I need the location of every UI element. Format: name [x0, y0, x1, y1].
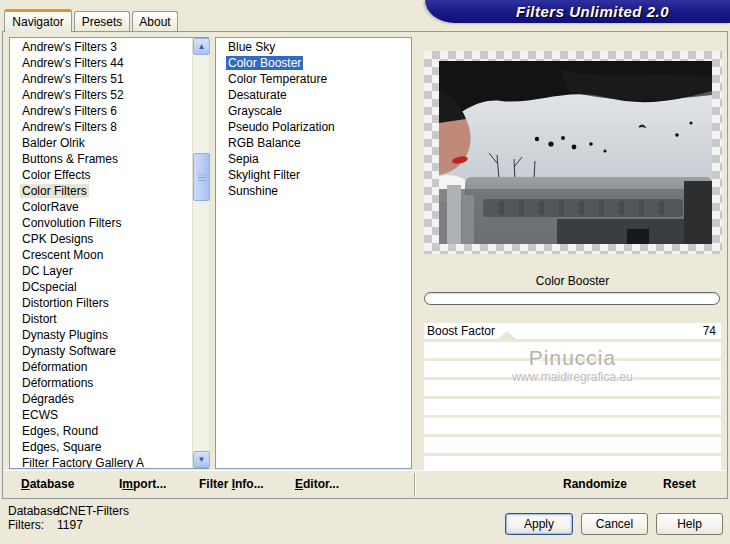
list-item-label: Color Filters [20, 184, 89, 198]
tab-presets[interactable]: Presets [74, 11, 130, 32]
category-item-distortion-filters[interactable]: Distortion Filters [12, 295, 190, 311]
category-item-edges-round[interactable]: Edges, Round [12, 423, 190, 439]
filter-item-desaturate[interactable]: Desaturate [218, 87, 409, 103]
category-item-andrew-s-filters-3[interactable]: Andrew's Filters 3 [12, 39, 190, 55]
tab-about[interactable]: About [132, 11, 178, 32]
list-item-label: DC Layer [20, 264, 75, 278]
filter-item-blue-sky[interactable]: Blue Sky [218, 39, 409, 55]
category-item-dcspecial[interactable]: DCspecial [12, 279, 190, 295]
list-item-label: Dynasty Software [20, 344, 118, 358]
list-item-label: CPK Designs [20, 232, 95, 246]
slider-marker-icon[interactable] [498, 331, 516, 339]
category-item-andrew-s-filters-8[interactable]: Andrew's Filters 8 [12, 119, 190, 135]
category-item-dynasty-software[interactable]: Dynasty Software [12, 343, 190, 359]
category-item-distort[interactable]: Distort [12, 311, 190, 327]
category-item-buttons-frames[interactable]: Buttons & Frames [12, 151, 190, 167]
cancel-button[interactable]: Cancel [581, 513, 648, 535]
category-list-scrollbar[interactable]: ▲ ▼ [192, 38, 209, 468]
list-item-label: Andrew's Filters 44 [20, 56, 126, 70]
list-item-label: Convolution Filters [20, 216, 123, 230]
category-item-convolution-filters[interactable]: Convolution Filters [12, 215, 190, 231]
reset-button[interactable]: Reset [663, 477, 696, 491]
list-item-label: RGB Balance [226, 136, 303, 150]
list-item-label: Edges, Round [20, 424, 100, 438]
category-item-colorrave[interactable]: ColorRave [12, 199, 190, 215]
category-item-edges-square[interactable]: Edges, Square [12, 439, 190, 455]
list-item-label: Balder Olrik [20, 136, 87, 150]
filter-item-sunshine[interactable]: Sunshine [218, 183, 409, 199]
button-label: Filter [199, 477, 232, 491]
filter-info-button[interactable]: Filter Info... [199, 477, 264, 491]
list-item-label: ColorRave [20, 200, 81, 214]
button-access-key: D [21, 477, 30, 491]
list-item-label: Filter Factory Gallery A [20, 456, 146, 469]
list-item-label: Pseudo Polarization [226, 120, 337, 134]
button-label: Randomize [563, 477, 627, 491]
button-label: atabase [30, 477, 75, 491]
list-item-label: Andrew's Filters 3 [20, 40, 119, 54]
button-access-key: E [295, 477, 303, 491]
list-item-label: Andrew's Filters 51 [20, 72, 126, 86]
category-item-cpk-designs[interactable]: CPK Designs [12, 231, 190, 247]
scroll-down-icon[interactable]: ▼ [193, 451, 210, 468]
list-item-label: Edges, Square [20, 440, 103, 454]
list-item-label: DCspecial [20, 280, 79, 294]
filter-list[interactable]: Blue SkyColor BoosterColor TemperatureDe… [215, 37, 412, 469]
window-title: Filters Unlimited 2.0 [486, 3, 669, 20]
randomize-button[interactable]: Randomize [563, 477, 627, 491]
preview-image [439, 61, 712, 244]
filters-count-value: 1197 [57, 518, 83, 532]
filter-item-color-temperature[interactable]: Color Temperature [218, 71, 409, 87]
category-item-balder-olrik[interactable]: Balder Olrik [12, 135, 190, 151]
list-item-label: Distortion Filters [20, 296, 111, 310]
list-item-label: Andrew's Filters 6 [20, 104, 119, 118]
category-item-andrew-s-filters-51[interactable]: Andrew's Filters 51 [12, 71, 190, 87]
filter-item-grayscale[interactable]: Grayscale [218, 103, 409, 119]
category-item-ecws[interactable]: ECWS [12, 407, 190, 423]
database-button[interactable]: Database [21, 477, 74, 491]
list-item-label: Desaturate [226, 88, 289, 102]
param-slot-empty [424, 399, 721, 415]
category-item-dc-layer[interactable]: DC Layer [12, 263, 190, 279]
database-status-value: ICNET-Filters [57, 504, 129, 518]
apply-button[interactable]: Apply [505, 513, 573, 535]
param-slider-boost-factor[interactable]: Boost Factor 74 [424, 323, 721, 339]
tab-presets-label: Presets [82, 15, 123, 29]
category-item-filter-factory-gallery-a[interactable]: Filter Factory Gallery A [12, 455, 190, 469]
scrollbar-thumb[interactable] [193, 153, 210, 201]
help-button[interactable]: Help [656, 513, 723, 535]
filter-item-skylight-filter[interactable]: Skylight Filter [218, 167, 409, 183]
filter-item-sepia[interactable]: Sepia [218, 151, 409, 167]
param-slot-empty [424, 380, 721, 396]
list-item-label: Buttons & Frames [20, 152, 120, 166]
filter-item-color-booster[interactable]: Color Booster [218, 55, 409, 71]
tab-navigator[interactable]: Navigator [4, 9, 72, 32]
database-status-label: Database: [8, 504, 63, 518]
param-slot-empty [424, 456, 721, 470]
scroll-up-icon[interactable]: ▲ [193, 38, 210, 55]
category-item-color-effects[interactable]: Color Effects [12, 167, 190, 183]
import-button[interactable]: Import... [119, 477, 166, 491]
filter-item-pseudo-polarization[interactable]: Pseudo Polarization [218, 119, 409, 135]
param-value: 74 [703, 323, 716, 339]
category-item-crescent-moon[interactable]: Crescent Moon [12, 247, 190, 263]
category-item-d-formation[interactable]: Déformation [12, 359, 190, 375]
category-item-andrew-s-filters-52[interactable]: Andrew's Filters 52 [12, 87, 190, 103]
category-item-andrew-s-filters-44[interactable]: Andrew's Filters 44 [12, 55, 190, 71]
apply-button-label: Apply [524, 517, 554, 531]
category-list[interactable]: Andrew's Filters 3Andrew's Filters 44And… [9, 37, 209, 469]
list-item-label: Distort [20, 312, 59, 326]
param-slot-empty [424, 342, 721, 358]
filters-count-label: Filters: [8, 518, 44, 532]
list-item-label: Dégradés [20, 392, 76, 406]
list-item-label: Blue Sky [226, 40, 277, 54]
editor-button[interactable]: Editor... [295, 477, 339, 491]
title-banner: Filters Unlimited 2.0 [425, 0, 730, 23]
category-item-dynasty-plugins[interactable]: Dynasty Plugins [12, 327, 190, 343]
category-item-andrew-s-filters-6[interactable]: Andrew's Filters 6 [12, 103, 190, 119]
category-item-color-filters[interactable]: Color Filters [12, 183, 190, 199]
list-item-label: Déformations [20, 376, 95, 390]
filter-item-rgb-balance[interactable]: RGB Balance [218, 135, 409, 151]
category-item-d-grad-s[interactable]: Dégradés [12, 391, 190, 407]
category-item-d-formations[interactable]: Déformations [12, 375, 190, 391]
